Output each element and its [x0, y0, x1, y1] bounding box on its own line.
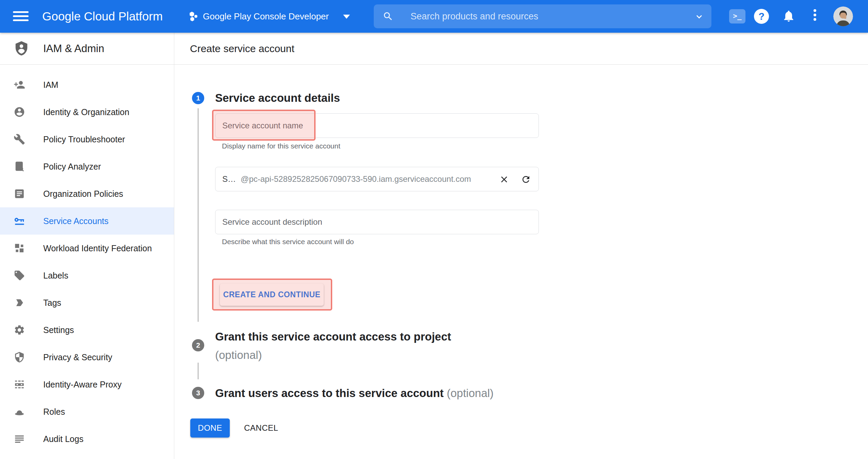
refresh-icon[interactable] [521, 174, 531, 185]
gear-icon [14, 324, 25, 336]
document-search-icon [14, 161, 25, 172]
search-input[interactable]: Search products and resources [411, 4, 538, 28]
step-1-badge: 1 [192, 92, 204, 104]
name-helper-text: Display name for this service account [222, 142, 340, 150]
menu-icon[interactable] [13, 11, 29, 21]
sidebar-item-label: Policy Analyzer [43, 162, 101, 172]
sidebar-item-workload-identity-federation[interactable]: Workload Identity Federation [0, 235, 174, 262]
done-button[interactable]: DONE [190, 418, 230, 438]
sidebar-item-service-accounts[interactable]: Service Accounts [0, 207, 174, 235]
top-app-bar: Google Cloud Platform Google Play Consol… [0, 0, 868, 33]
sidebar-item-settings[interactable]: Settings [0, 316, 174, 344]
stepper-connector-line [198, 363, 198, 379]
cancel-button[interactable]: CANCEL [244, 418, 278, 438]
step-3-title-text: Grant users access to this service accou… [215, 387, 444, 399]
more-vert-icon[interactable] [814, 9, 816, 22]
squares-icon [14, 242, 25, 254]
sidebar-item-tags[interactable]: Tags [0, 289, 174, 316]
document-lines-icon [14, 188, 25, 200]
account-circle-icon [14, 106, 25, 118]
step-3-badge: 3 [192, 387, 204, 399]
sidebar-item-identity-organization[interactable]: Identity & Organization [0, 98, 174, 126]
shield-person-icon [14, 41, 29, 56]
create-service-account-form: 1 Service account details Display name f… [174, 65, 868, 459]
sidebar-item-label: Identity & Organization [43, 107, 129, 117]
description-helper-text: Describe what this service account will … [222, 238, 354, 246]
sidebar-item-label: Audit Logs [43, 434, 83, 444]
key-icon [14, 215, 25, 227]
sidebar-item-label: Roles [43, 407, 65, 417]
cloud-shell-icon[interactable]: >_ [729, 9, 745, 23]
project-selector[interactable]: Google Play Console Developer [203, 0, 329, 33]
list-lines-icon [14, 433, 25, 445]
step-3-title: Grant users access to this service accou… [215, 384, 494, 402]
person-add-icon [14, 79, 25, 91]
wrench-icon [14, 133, 25, 145]
sidebar-item-label: Settings [43, 325, 74, 335]
service-account-name-input[interactable] [215, 113, 539, 138]
step-1-title: Service account details [215, 89, 340, 107]
sidebar-item-label: Workload Identity Federation [43, 243, 152, 253]
avatar[interactable] [833, 6, 853, 26]
sidebar-item-label: Organization Policies [43, 189, 123, 199]
gcp-logo[interactable]: Google Cloud Platform [42, 0, 163, 33]
project-caret-icon[interactable] [343, 15, 350, 19]
sidebar-item-identity-aware-proxy[interactable]: Identity-Aware Proxy [0, 371, 174, 398]
sidebar-item-policy-troubleshooter[interactable]: Policy Troubleshooter [0, 126, 174, 153]
service-account-id-field[interactable]: S… @pc-api-5289252825067090733-590.iam.g… [215, 167, 539, 191]
proxy-banner-icon [14, 379, 25, 390]
sidebar-item-label: IAM [43, 80, 58, 90]
create-and-continue-button[interactable]: CREATE AND CONTINUE [220, 284, 324, 306]
search-bar[interactable]: Search products and resources [374, 4, 711, 28]
sidebar-item-label: Tags [43, 298, 61, 308]
sidebar-item-label: Policy Troubleshooter [43, 134, 125, 144]
id-value-truncated: S… [222, 174, 236, 184]
sidebar-item-iam[interactable]: IAM [0, 71, 174, 98]
id-domain-suffix: @pc-api-5289252825067090733-590.iam.gser… [241, 174, 471, 184]
page-title: Create service account [190, 33, 294, 65]
sidebar-item-policy-analyzer[interactable]: Policy Analyzer [0, 153, 174, 180]
step-3-optional-text: (optional) [447, 387, 494, 399]
step-2-optional-text: (optional) [215, 349, 262, 361]
notifications-bell-icon[interactable] [782, 9, 795, 23]
page-header: Create service account [174, 33, 868, 65]
sidebar: IAM & Admin IAM Identity & Organization … [0, 33, 174, 459]
sidebar-item-privacy-security[interactable]: Privacy & Security [0, 344, 174, 371]
main-content: Create service account 1 Service account… [174, 33, 868, 459]
sidebar-item-roles[interactable]: Roles [0, 398, 174, 425]
shield-half-icon [14, 351, 25, 363]
label-arrow-icon [14, 297, 25, 308]
tag-icon [14, 270, 25, 281]
step-2-title-text: Grant this service account access to pro… [215, 330, 451, 343]
sidebar-item-label: Service Accounts [43, 216, 109, 226]
step-2-title: Grant this service account access to pro… [215, 328, 451, 364]
sidebar-item-label: Identity-Aware Proxy [43, 380, 122, 390]
sidebar-nav: IAM Identity & Organization Policy Troub… [0, 65, 174, 453]
service-account-description-input[interactable] [215, 210, 539, 234]
help-icon[interactable]: ? [754, 9, 769, 24]
sidebar-item-label: Privacy & Security [43, 352, 112, 362]
sidebar-item-organization-policies[interactable]: Organization Policies [0, 180, 174, 207]
sidebar-item-labels[interactable]: Labels [0, 262, 174, 289]
sidebar-item-label: Labels [43, 271, 68, 281]
hat-icon [14, 406, 25, 417]
gcp-console-window: Google Cloud Platform Google Play Consol… [0, 0, 868, 459]
project-hexagons-icon [188, 11, 199, 22]
sidebar-item-audit-logs[interactable]: Audit Logs [0, 425, 174, 453]
sidebar-title: IAM & Admin [43, 33, 104, 65]
step-2-badge: 2 [192, 339, 204, 351]
clear-icon[interactable] [499, 174, 509, 185]
search-icon [383, 11, 393, 22]
sidebar-header: IAM & Admin [0, 33, 174, 65]
stepper-connector-line [198, 108, 198, 322]
chevron-down-icon[interactable] [694, 12, 704, 21]
